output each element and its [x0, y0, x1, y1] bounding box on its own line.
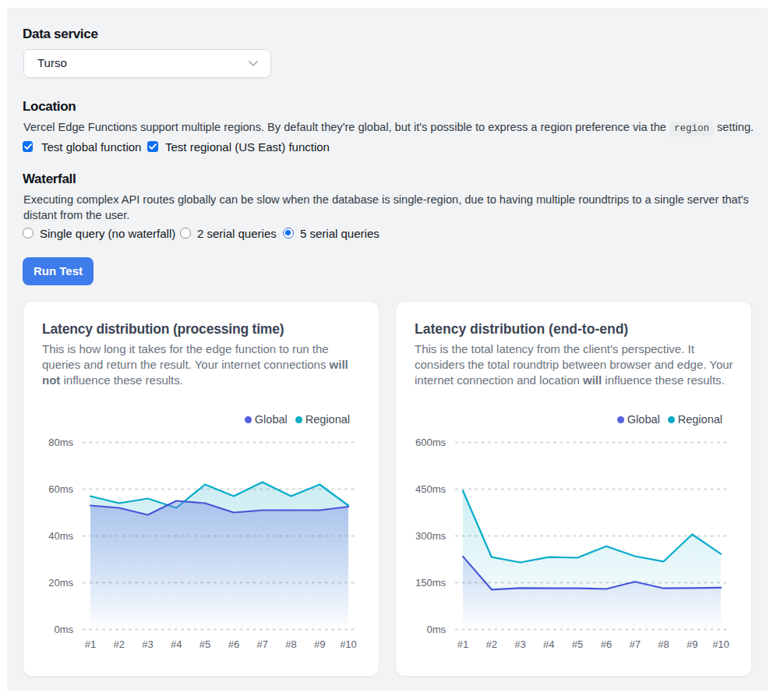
svg-text:#10: #10 — [712, 638, 729, 650]
svg-text:#6: #6 — [601, 638, 612, 650]
svg-text:#4: #4 — [543, 638, 554, 650]
svg-text:#8: #8 — [658, 638, 669, 650]
svg-text:#5: #5 — [572, 638, 583, 650]
svg-text:#7: #7 — [629, 638, 640, 650]
svg-text:0ms: 0ms — [426, 624, 446, 635]
svg-text:600ms: 600ms — [415, 437, 447, 448]
svg-text:#3: #3 — [514, 638, 525, 650]
svg-text:450ms: 450ms — [415, 483, 447, 495]
svg-text:#1: #1 — [457, 638, 468, 650]
svg-text:#2: #2 — [486, 638, 497, 650]
svg-text:#9: #9 — [687, 638, 697, 650]
svg-text:300ms: 300ms — [415, 530, 447, 542]
svg-text:150ms: 150ms — [415, 577, 447, 589]
